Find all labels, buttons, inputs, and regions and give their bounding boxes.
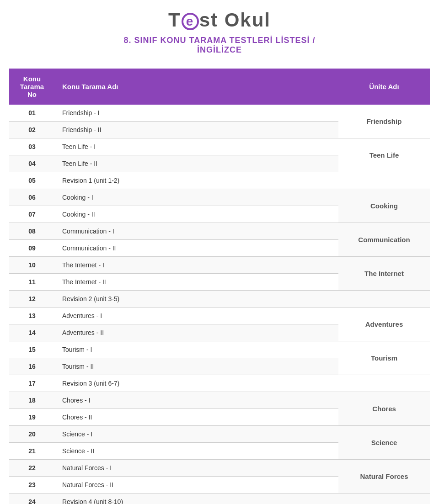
row-number: 01 (9, 105, 55, 122)
row-name: Natural Forces - I (55, 460, 338, 477)
table-row: 08Communication - ICommunication (9, 223, 430, 240)
row-number: 14 (9, 324, 55, 341)
row-name: Communication - I (55, 223, 338, 240)
table-row: 17Revision 3 (unit 6-7) (9, 375, 430, 392)
row-name: Adventures - II (55, 324, 338, 341)
row-number: 13 (9, 308, 55, 324)
row-number: 23 (9, 477, 55, 493)
table-row: 03Teen Life - ITeen Life (9, 138, 430, 155)
row-name: Cooking - II (55, 206, 338, 223)
table-header-row: Konu Tarama No Konu Tarama Adı Ünite Adı (9, 69, 430, 105)
header-no: Konu Tarama No (9, 69, 55, 105)
table-row: 01Friendship - IFriendship (9, 105, 430, 122)
title-line2: İNGİLİZCE (9, 45, 430, 55)
header-name: Konu Tarama Adı (55, 69, 338, 105)
row-name: The Internet - I (55, 257, 338, 274)
row-number: 24 (9, 493, 55, 504)
row-name: Chores - I (55, 392, 338, 409)
row-unite (338, 375, 430, 392)
table-row: 22Natural Forces - INatural Forces (9, 460, 430, 477)
row-unite (338, 493, 430, 504)
main-table: Konu Tarama No Konu Tarama Adı Ünite Adı… (9, 69, 430, 504)
row-name: Science - I (55, 426, 338, 443)
row-number: 20 (9, 426, 55, 443)
row-number: 05 (9, 172, 55, 189)
row-number: 19 (9, 409, 55, 426)
row-unite: Natural Forces (338, 460, 430, 493)
table-row: 05Revision 1 (unit 1-2) (9, 172, 430, 189)
table-row: 13Adventures - IAdventures (9, 308, 430, 324)
row-name: Revision 3 (unit 6-7) (55, 375, 338, 392)
row-unite: Tourism (338, 341, 430, 375)
row-number: 06 (9, 189, 55, 206)
header-unite: Ünite Adı (338, 69, 430, 105)
row-name: Teen Life - I (55, 138, 338, 155)
table-row: 06Cooking - ICooking (9, 189, 430, 206)
row-unite: Friendship (338, 105, 430, 138)
row-number: 21 (9, 443, 55, 460)
row-name: Friendship - II (55, 122, 338, 138)
row-number: 22 (9, 460, 55, 477)
row-number: 10 (9, 257, 55, 274)
row-unite (338, 291, 430, 308)
row-unite: The Internet (338, 257, 430, 291)
row-number: 08 (9, 223, 55, 240)
table-row: 18Chores - IChores (9, 392, 430, 409)
row-name: Natural Forces - II (55, 477, 338, 493)
logo-area: Test Okul (9, 9, 430, 31)
row-number: 11 (9, 274, 55, 291)
row-name: Chores - II (55, 409, 338, 426)
table-row: 20Science - IScience (9, 426, 430, 443)
row-name: The Internet - II (55, 274, 338, 291)
row-unite (338, 172, 430, 189)
row-name: Cooking - I (55, 189, 338, 206)
table-row: 24Revision 4 (unit 8-10) (9, 493, 430, 504)
row-number: 07 (9, 206, 55, 223)
row-unite: Communication (338, 223, 430, 257)
row-name: Science - II (55, 443, 338, 460)
row-name: Tourism - I (55, 341, 338, 358)
row-name: Friendship - I (55, 105, 338, 122)
row-name: Communication - II (55, 240, 338, 257)
row-number: 03 (9, 138, 55, 155)
row-number: 02 (9, 122, 55, 138)
row-number: 04 (9, 155, 55, 172)
table-row: 15Tourism - ITourism (9, 341, 430, 358)
row-name: Revision 1 (unit 1-2) (55, 172, 338, 189)
row-number: 16 (9, 358, 55, 375)
row-unite: Cooking (338, 189, 430, 223)
row-number: 18 (9, 392, 55, 409)
row-number: 17 (9, 375, 55, 392)
logo: Test Okul (168, 9, 271, 31)
page-title: 8. SINIF KONU TARAMA TESTLERİ LİSTESİ / … (9, 36, 430, 55)
row-number: 15 (9, 341, 55, 358)
row-name: Adventures - I (55, 308, 338, 324)
row-unite: Teen Life (338, 138, 430, 172)
row-name: Teen Life - II (55, 155, 338, 172)
logo-circle-e: e (182, 13, 199, 30)
row-number: 12 (9, 291, 55, 308)
title-line1: 8. SINIF KONU TARAMA TESTLERİ LİSTESİ / (9, 36, 430, 45)
row-unite: Science (338, 426, 430, 460)
row-name: Tourism - II (55, 358, 338, 375)
table-row: 10The Internet - IThe Internet (9, 257, 430, 274)
row-unite: Chores (338, 392, 430, 426)
row-name: Revision 2 (unit 3-5) (55, 291, 338, 308)
row-unite: Adventures (338, 308, 430, 341)
row-name: Revision 4 (unit 8-10) (55, 493, 338, 504)
row-number: 09 (9, 240, 55, 257)
table-row: 12Revision 2 (unit 3-5) (9, 291, 430, 308)
